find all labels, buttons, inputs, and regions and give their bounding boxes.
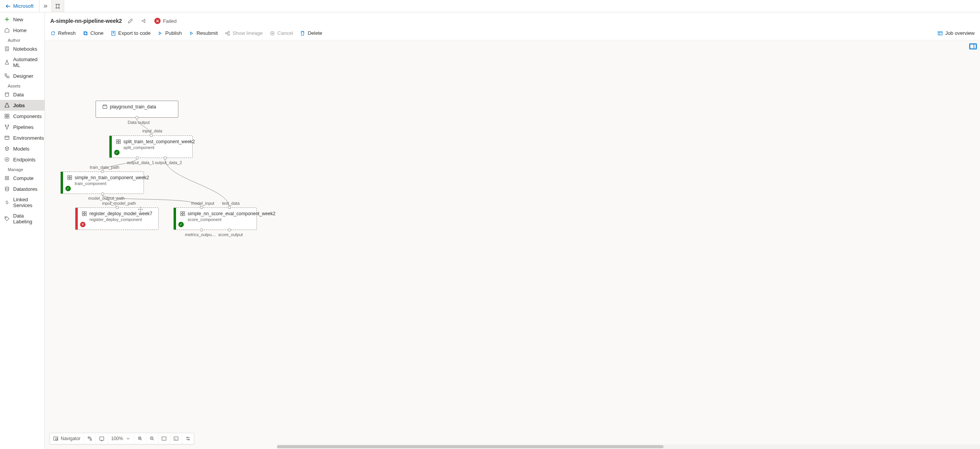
publish-button[interactable]: Publish	[157, 30, 182, 36]
sidebar-data-labeling[interactable]: Data Labeling	[0, 211, 44, 227]
port-out-1[interactable]	[200, 228, 203, 231]
workspace-link[interactable]: Microsoft	[0, 0, 39, 12]
sidebar-linked-services[interactable]: Linked Services	[0, 194, 44, 211]
port-in[interactable]	[101, 170, 104, 173]
scrollbar-thumb[interactable]	[277, 445, 664, 448]
svg-rect-49	[100, 437, 104, 440]
svg-point-20	[5, 187, 9, 189]
svg-rect-9	[7, 114, 9, 116]
sidebar-automl[interactable]: Automated ML	[0, 54, 44, 70]
sidebar-notebooks[interactable]: Notebooks	[0, 43, 44, 54]
sidebar-environments[interactable]: Environments	[0, 132, 44, 143]
settings-button[interactable]	[182, 433, 194, 444]
autolayout-icon	[87, 436, 92, 441]
toolbar: Refresh Clone Export to code Publish Res…	[45, 28, 980, 40]
job-overview-button[interactable]: Job overview	[937, 30, 975, 36]
sidebar-compute[interactable]: Compute	[0, 173, 44, 183]
sidebar-group-assets: Assets	[0, 81, 44, 89]
failed-icon: ✕	[154, 18, 161, 24]
graph-canvas[interactable]: playground_train_data Data output input_…	[45, 40, 980, 449]
zoom-in-icon	[137, 436, 143, 441]
pipelines-icon	[4, 124, 10, 130]
sidebar-pipelines[interactable]: Pipelines	[0, 122, 44, 132]
status-error-icon: ✕	[80, 222, 86, 227]
port-in[interactable]	[116, 206, 119, 209]
actual-size-icon: 1	[173, 436, 179, 441]
autolayout-button[interactable]	[84, 433, 96, 444]
resubmit-button[interactable]: Resubmit	[189, 30, 218, 36]
node-title: simple_nn_train_component_week2	[75, 175, 149, 180]
horizontal-scrollbar[interactable]	[277, 444, 980, 449]
panel-icon	[970, 44, 977, 49]
svg-point-17	[6, 159, 8, 160]
pencil-icon	[128, 18, 133, 24]
status-ok-icon: ✓	[178, 222, 184, 227]
sidebar-jobs[interactable]: Jobs	[0, 100, 44, 111]
sidebar-components[interactable]: Components	[0, 111, 44, 122]
back-arrow-icon	[5, 3, 11, 9]
sidebar-endpoints[interactable]: Endpoints	[0, 154, 44, 165]
sidebar-models[interactable]: Models	[0, 143, 44, 154]
share-button[interactable]	[139, 16, 148, 26]
refresh-button[interactable]: Refresh	[50, 30, 76, 36]
delete-button[interactable]: Delete	[300, 30, 322, 36]
dataset-icon	[102, 104, 108, 110]
node-score-eval[interactable]: simple_nn_score_eval_component_week2 sco…	[173, 207, 257, 230]
sidebar-label: Data	[13, 92, 24, 98]
svg-rect-37	[68, 178, 69, 180]
notebook-icon	[4, 46, 10, 51]
svg-rect-42	[85, 214, 86, 216]
clone-icon	[83, 31, 88, 36]
port-out-1[interactable]	[136, 156, 139, 159]
svg-rect-27	[228, 34, 230, 35]
sidebar-home[interactable]: Home	[0, 25, 44, 36]
port-label: score_output	[218, 232, 243, 237]
zoom-level[interactable]: 100%	[108, 433, 134, 444]
edit-name-button[interactable]	[126, 16, 135, 26]
port-label: metrics_outpu…	[185, 232, 216, 237]
port-out[interactable]	[135, 116, 139, 119]
sidebar-label: Datastores	[13, 186, 38, 192]
move-handle-icon[interactable]	[138, 207, 143, 212]
component-icon	[67, 175, 72, 180]
sidebar-label: Jobs	[13, 103, 25, 108]
sidebar-datastores[interactable]: Datastores	[0, 183, 44, 194]
navigator-button[interactable]: Navigator	[50, 433, 84, 444]
node-register-deploy[interactable]: register_deploy_model_week7 register_dep…	[75, 207, 159, 230]
node-train[interactable]: simple_nn_train_component_week2 train_co…	[60, 171, 144, 194]
node-subtitle: register_deploy_component	[89, 217, 154, 222]
workspace-name: Microsoft	[13, 3, 34, 9]
sidebar-new[interactable]: New	[0, 14, 44, 25]
zoom-out-button[interactable]	[146, 433, 158, 444]
tab-pipeline[interactable]	[52, 0, 64, 12]
export-button[interactable]: Export to code	[111, 30, 151, 36]
node-split[interactable]: split_train_test_component_week2 split_c…	[109, 135, 193, 158]
port-out-2[interactable]	[228, 228, 231, 231]
svg-point-2	[56, 7, 57, 9]
sliders-icon	[185, 436, 191, 441]
tab-expand[interactable]	[39, 0, 52, 12]
svg-point-21	[6, 218, 7, 218]
port-label: output_data_1	[127, 160, 154, 165]
sidebar-designer[interactable]: Designer	[0, 70, 44, 81]
expand-panel-button[interactable]	[969, 43, 977, 50]
port-out-2[interactable]	[164, 156, 167, 159]
sidebar-label: Designer	[13, 73, 33, 79]
svg-rect-10	[5, 117, 7, 118]
fit-screen-button[interactable]	[158, 433, 170, 444]
share-icon	[141, 18, 146, 24]
svg-rect-40	[85, 212, 86, 213]
fullscreen-button[interactable]	[96, 433, 108, 444]
node-playground-train-data[interactable]: playground_train_data	[96, 101, 178, 118]
zoom-in-button[interactable]	[134, 433, 146, 444]
clone-button[interactable]: Clone	[83, 30, 104, 36]
port-in[interactable]	[150, 134, 153, 137]
svg-rect-48	[56, 438, 57, 440]
port-in-1[interactable]	[200, 206, 203, 209]
sidebar-data[interactable]: Data	[0, 89, 44, 100]
component-icon	[180, 211, 185, 216]
port-label: test_data	[222, 201, 239, 206]
port-out[interactable]	[101, 192, 104, 195]
actual-size-button[interactable]: 1	[170, 433, 182, 444]
port-in-2[interactable]	[228, 206, 231, 209]
